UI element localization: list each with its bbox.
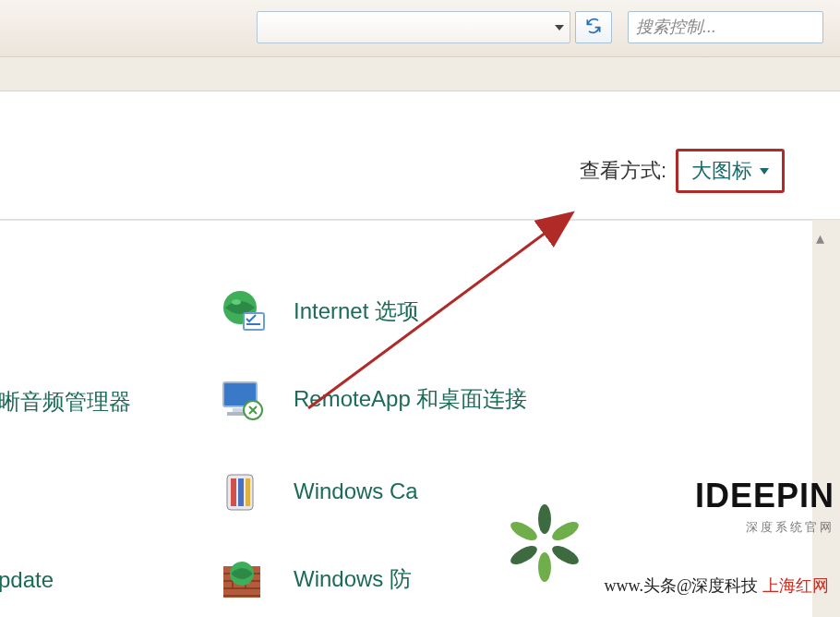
window-toolbar (0, 0, 840, 57)
control-panel-list: Internet 选项 晰音频管理器 RemoteApp 和桌面连接 (0, 220, 812, 617)
item-windows-firewall[interactable]: Windows 防 (212, 553, 412, 605)
refresh-icon (584, 17, 603, 39)
refresh-button[interactable] (575, 11, 612, 43)
item-windows-cardspace[interactable]: Windows Ca (212, 466, 418, 517)
toolbar-filler (0, 57, 840, 91)
search-box[interactable] (628, 11, 823, 43)
item-audio-manager-partial[interactable]: 晰音频管理器 (0, 387, 131, 417)
chevron-down-icon (555, 25, 564, 30)
search-input[interactable] (636, 18, 840, 37)
address-bar-tail[interactable] (257, 11, 570, 43)
view-mode-label: 查看方式: (580, 157, 666, 185)
item-label: RemoteApp 和桌面连接 (294, 384, 527, 414)
view-mode-value: 大图标 (691, 157, 752, 185)
item-label: 晰音频管理器 (0, 387, 131, 417)
globe-icon (212, 285, 271, 337)
chevron-down-icon (760, 168, 769, 175)
item-label: Windows 防 (294, 564, 412, 594)
cardspace-icon (212, 466, 271, 517)
svg-rect-13 (238, 478, 244, 506)
scroll-up-arrow[interactable]: ▴ (810, 229, 829, 248)
monitor-icon (212, 373, 271, 425)
item-windows-update-partial[interactable]: pdate (0, 567, 54, 593)
item-remoteapp[interactable]: RemoteApp 和桌面连接 (212, 373, 527, 425)
item-internet-options[interactable]: Internet 选项 (212, 285, 419, 337)
item-label: Internet 选项 (294, 296, 419, 326)
svg-rect-14 (246, 478, 250, 506)
panel-header: 查看方式: 大图标 (0, 91, 840, 220)
item-label: Windows Ca (294, 478, 418, 504)
item-label: pdate (0, 567, 54, 593)
svg-rect-12 (231, 478, 236, 506)
firewall-icon (212, 553, 271, 605)
svg-point-3 (232, 299, 241, 305)
view-mode-dropdown[interactable]: 大图标 (676, 149, 785, 193)
